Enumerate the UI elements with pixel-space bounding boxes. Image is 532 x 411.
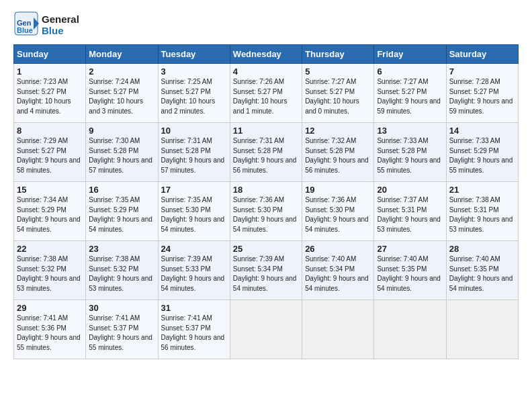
calendar-cell: 23 Sunrise: 7:38 AMSunset: 5:32 PMDaylig… (86, 241, 158, 300)
day-info: Sunrise: 7:27 AMSunset: 5:27 PMDaylight:… (305, 77, 371, 116)
calendar-table: SundayMondayTuesdayWednesdayThursdayFrid… (13, 44, 519, 359)
day-header-friday: Friday (374, 45, 446, 64)
day-info: Sunrise: 7:28 AMSunset: 5:27 PMDaylight:… (449, 77, 515, 116)
day-number: 28 (449, 244, 515, 254)
day-info: Sunrise: 7:40 AMSunset: 5:35 PMDaylight:… (449, 255, 515, 293)
day-info: Sunrise: 7:40 AMSunset: 5:34 PMDaylight:… (305, 255, 371, 293)
logo-line2: Blue (42, 25, 79, 36)
day-number: 23 (89, 244, 154, 254)
day-info: Sunrise: 7:36 AMSunset: 5:30 PMDaylight:… (305, 195, 371, 234)
day-number: 7 (449, 66, 515, 77)
day-info: Sunrise: 7:27 AMSunset: 5:27 PMDaylight:… (377, 77, 443, 116)
day-info: Sunrise: 7:36 AMSunset: 5:30 PMDaylight:… (233, 195, 299, 234)
calendar-cell: 14 Sunrise: 7:33 AMSunset: 5:29 PMDaylig… (446, 123, 518, 182)
calendar-page: Gen Blue General Blue SundayMondayTuesda… (0, 0, 532, 411)
calendar-cell: 10 Sunrise: 7:31 AMSunset: 5:28 PMDaylig… (158, 123, 230, 182)
day-info: Sunrise: 7:26 AMSunset: 5:27 PMDaylight:… (233, 77, 299, 116)
day-number: 15 (17, 185, 83, 195)
calendar-cell: 27 Sunrise: 7:40 AMSunset: 5:35 PMDaylig… (374, 241, 446, 300)
svg-text:Blue: Blue (17, 26, 33, 34)
day-number: 25 (233, 244, 299, 254)
calendar-cell: 9 Sunrise: 7:30 AMSunset: 5:28 PMDayligh… (86, 123, 158, 182)
day-number: 1 (17, 66, 83, 77)
day-info: Sunrise: 7:25 AMSunset: 5:27 PMDaylight:… (161, 77, 227, 116)
day-info: Sunrise: 7:38 AMSunset: 5:32 PMDaylight:… (89, 255, 154, 293)
day-number: 19 (305, 185, 371, 195)
day-header-sunday: Sunday (14, 45, 86, 64)
day-info: Sunrise: 7:23 AMSunset: 5:27 PMDaylight:… (17, 77, 83, 116)
calendar-cell (230, 300, 302, 359)
day-number: 27 (377, 244, 443, 254)
day-info: Sunrise: 7:41 AMSunset: 5:37 PMDaylight:… (161, 314, 227, 353)
calendar-cell: 17 Sunrise: 7:35 AMSunset: 5:30 PMDaylig… (158, 182, 230, 241)
calendar-cell (302, 300, 374, 359)
day-number: 9 (89, 126, 154, 136)
day-info: Sunrise: 7:41 AMSunset: 5:37 PMDaylight:… (89, 314, 154, 353)
day-info: Sunrise: 7:38 AMSunset: 5:32 PMDaylight:… (17, 255, 83, 293)
day-info: Sunrise: 7:39 AMSunset: 5:33 PMDaylight:… (161, 255, 227, 293)
calendar-cell: 22 Sunrise: 7:38 AMSunset: 5:32 PMDaylig… (14, 241, 86, 300)
calendar-cell (374, 300, 446, 359)
logo-icon: Gen Blue (13, 11, 39, 36)
calendar-cell: 24 Sunrise: 7:39 AMSunset: 5:33 PMDaylig… (158, 241, 230, 300)
calendar-cell: 25 Sunrise: 7:39 AMSunset: 5:34 PMDaylig… (230, 241, 302, 300)
day-header-monday: Monday (86, 45, 158, 64)
day-info: Sunrise: 7:29 AMSunset: 5:27 PMDaylight:… (17, 136, 83, 175)
day-info: Sunrise: 7:37 AMSunset: 5:31 PMDaylight:… (377, 195, 443, 234)
day-info: Sunrise: 7:41 AMSunset: 5:36 PMDaylight:… (17, 314, 83, 353)
day-info: Sunrise: 7:31 AMSunset: 5:28 PMDaylight:… (233, 136, 299, 175)
calendar-cell: 18 Sunrise: 7:36 AMSunset: 5:30 PMDaylig… (230, 182, 302, 241)
day-header-tuesday: Tuesday (158, 45, 230, 64)
day-number: 22 (17, 244, 83, 254)
day-info: Sunrise: 7:34 AMSunset: 5:29 PMDaylight:… (17, 195, 83, 234)
calendar-cell: 7 Sunrise: 7:28 AMSunset: 5:27 PMDayligh… (446, 64, 518, 123)
calendar-cell: 5 Sunrise: 7:27 AMSunset: 5:27 PMDayligh… (302, 64, 374, 123)
day-number: 18 (233, 185, 299, 195)
calendar-cell: 1 Sunrise: 7:23 AMSunset: 5:27 PMDayligh… (14, 64, 86, 123)
day-number: 11 (233, 126, 299, 136)
day-number: 13 (377, 126, 443, 136)
calendar-cell: 21 Sunrise: 7:38 AMSunset: 5:31 PMDaylig… (446, 182, 518, 241)
day-number: 2 (89, 66, 154, 77)
calendar-cell: 3 Sunrise: 7:25 AMSunset: 5:27 PMDayligh… (158, 64, 230, 123)
day-info: Sunrise: 7:30 AMSunset: 5:28 PMDaylight:… (89, 136, 154, 175)
calendar-cell (446, 300, 518, 359)
day-number: 31 (161, 303, 227, 313)
day-number: 24 (161, 244, 227, 254)
logo-line1: General (42, 13, 79, 25)
day-number: 8 (17, 126, 83, 136)
day-info: Sunrise: 7:35 AMSunset: 5:29 PMDaylight:… (89, 195, 154, 234)
page-header: Gen Blue General Blue (13, 11, 519, 39)
calendar-cell: 13 Sunrise: 7:33 AMSunset: 5:28 PMDaylig… (374, 123, 446, 182)
day-number: 3 (161, 66, 227, 77)
day-info: Sunrise: 7:24 AMSunset: 5:27 PMDaylight:… (89, 77, 154, 116)
day-number: 14 (449, 126, 515, 136)
calendar-cell: 30 Sunrise: 7:41 AMSunset: 5:37 PMDaylig… (86, 300, 158, 359)
day-number: 26 (305, 244, 371, 254)
day-number: 4 (233, 66, 299, 77)
day-number: 20 (377, 185, 443, 195)
calendar-cell: 8 Sunrise: 7:29 AMSunset: 5:27 PMDayligh… (14, 123, 86, 182)
day-number: 12 (305, 126, 371, 136)
day-info: Sunrise: 7:38 AMSunset: 5:31 PMDaylight:… (449, 195, 515, 234)
calendar-cell: 26 Sunrise: 7:40 AMSunset: 5:34 PMDaylig… (302, 241, 374, 300)
calendar-cell: 6 Sunrise: 7:27 AMSunset: 5:27 PMDayligh… (374, 64, 446, 123)
calendar-cell: 28 Sunrise: 7:40 AMSunset: 5:35 PMDaylig… (446, 241, 518, 300)
day-number: 5 (305, 66, 371, 77)
day-number: 29 (17, 303, 83, 313)
day-info: Sunrise: 7:39 AMSunset: 5:34 PMDaylight:… (233, 255, 299, 293)
calendar-cell: 31 Sunrise: 7:41 AMSunset: 5:37 PMDaylig… (158, 300, 230, 359)
calendar-cell: 29 Sunrise: 7:41 AMSunset: 5:36 PMDaylig… (14, 300, 86, 359)
day-number: 16 (89, 185, 154, 195)
day-number: 21 (449, 185, 515, 195)
calendar-cell: 11 Sunrise: 7:31 AMSunset: 5:28 PMDaylig… (230, 123, 302, 182)
day-header-saturday: Saturday (446, 45, 518, 64)
calendar-cell: 20 Sunrise: 7:37 AMSunset: 5:31 PMDaylig… (374, 182, 446, 241)
day-info: Sunrise: 7:31 AMSunset: 5:28 PMDaylight:… (161, 136, 227, 175)
day-info: Sunrise: 7:32 AMSunset: 5:28 PMDaylight:… (305, 136, 371, 175)
day-info: Sunrise: 7:35 AMSunset: 5:30 PMDaylight:… (161, 195, 227, 234)
day-number: 6 (377, 66, 443, 77)
calendar-cell: 12 Sunrise: 7:32 AMSunset: 5:28 PMDaylig… (302, 123, 374, 182)
day-number: 10 (161, 126, 227, 136)
day-number: 17 (161, 185, 227, 195)
